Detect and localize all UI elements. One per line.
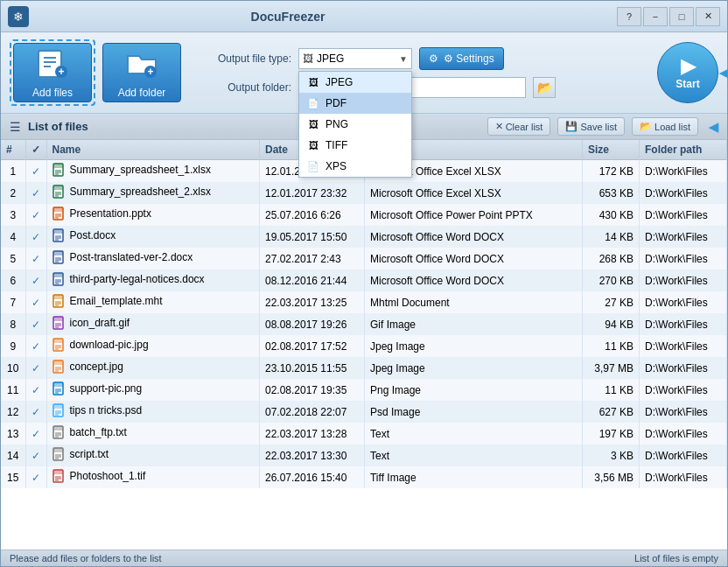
cell-size: 3,97 MB: [583, 357, 640, 379]
col-header-check: ✓: [25, 140, 46, 160]
table-row[interactable]: 12 ✓ tips n tricks.psd 07.02.2018 22:07 …: [1, 401, 727, 423]
clear-list-button[interactable]: ✕ Clear list: [487, 117, 551, 136]
main-window: ❄ DocuFreezer ? − □ ✕ +: [0, 0, 728, 567]
help-button[interactable]: ?: [617, 7, 641, 26]
table-row[interactable]: 8 ✓ icon_draft.gif 08.08.2017 19:26 Gif …: [1, 313, 727, 335]
file-type-icon: [52, 250, 66, 264]
table-row[interactable]: 5 ✓ Post-translated-ver-2.docx 27.02.201…: [1, 248, 727, 270]
file-type-icon: [52, 403, 66, 417]
cell-path: D:\Work\Files: [640, 357, 727, 379]
table-row[interactable]: 10 ✓ concept.jpg 23.10.2015 11:55 Jpeg I…: [1, 357, 727, 379]
svg-text:+: +: [147, 66, 153, 78]
col-header-num: #: [1, 140, 25, 160]
cell-type: Jpeg Image: [364, 357, 582, 379]
col-header-name: Name: [46, 140, 259, 160]
cell-size: 270 KB: [583, 270, 640, 291]
table-row[interactable]: 6 ✓ third-party-legal-notices.docx 08.12…: [1, 270, 727, 291]
close-button[interactable]: ✕: [696, 7, 720, 26]
menu-item-jpeg[interactable]: 🖼 JPEG: [299, 72, 411, 93]
file-type-icon: [52, 272, 66, 286]
cell-name: tips n tricks.psd: [46, 401, 259, 423]
save-list-button[interactable]: 💾 Save list: [557, 117, 625, 136]
cell-path: D:\Work\Files: [640, 401, 727, 423]
browse-folder-button[interactable]: 📂: [533, 77, 556, 98]
file-type-icon: [52, 425, 66, 439]
titlebar-controls: ? − □ ✕: [617, 7, 720, 26]
cell-name: Presentation.pptx: [46, 204, 259, 226]
file-type-icon: [52, 316, 66, 330]
cell-num: 14: [1, 444, 25, 466]
cell-check: ✓: [25, 160, 46, 183]
table-row[interactable]: 11 ✓ support-pic.png 02.08.2017 19:35 Pn…: [1, 379, 727, 401]
app-icon: ❄: [8, 6, 29, 27]
cell-num: 7: [1, 291, 25, 313]
cell-check: ✓: [25, 248, 46, 270]
svg-rect-44: [53, 317, 63, 321]
start-button[interactable]: ▶ Start: [657, 42, 718, 103]
cell-type: Microsoft Office Word DOCX: [364, 248, 582, 270]
cell-path: D:\Work\Files: [640, 182, 727, 204]
table-row[interactable]: 2 ✓ Summary_spreadsheet_2.xlsx 12.01.201…: [1, 182, 727, 204]
table-row[interactable]: 4 ✓ Post.docx 19.05.2017 15:50 Microsoft…: [1, 226, 727, 248]
clear-list-label: Clear list: [506, 122, 543, 132]
table-row[interactable]: 13 ✓ batch_ftp.txt 22.03.2017 13:28 Text…: [1, 423, 727, 444]
table-row[interactable]: 7 ✓ Email_template.mht 22.03.2017 13:25 …: [1, 291, 727, 313]
minimize-button[interactable]: −: [643, 7, 668, 26]
menu-item-pdf[interactable]: 📄 PDF: [299, 93, 411, 114]
menu-item-tiff[interactable]: 🖼 TIFF: [299, 135, 411, 156]
menu-item-png[interactable]: 🖼 PNG: [299, 114, 411, 135]
cell-date: 26.07.2016 15:40: [259, 466, 364, 488]
cell-num: 15: [1, 466, 25, 488]
cell-date: 02.08.2017 19:35: [259, 379, 364, 401]
cell-num: 3: [1, 204, 25, 226]
file-type-icon: [52, 163, 66, 177]
table-row[interactable]: 15 ✓ Photoshoot_1.tif 26.07.2016 15:40 T…: [1, 466, 727, 488]
svg-rect-34: [53, 273, 63, 277]
cell-type: Psd Image: [364, 401, 582, 423]
table-row[interactable]: 9 ✓ download-pic.jpg 02.08.2017 17:52 Jp…: [1, 335, 727, 357]
tiff-icon: 🖼: [306, 138, 320, 152]
start-arrow-icon: ▶: [681, 55, 696, 78]
cell-num: 1: [1, 160, 25, 183]
output-type-dropdown[interactable]: 🖼 JPEG ▼: [298, 48, 412, 69]
cell-date: 19.05.2017 15:50: [259, 226, 364, 248]
cell-size: 268 KB: [583, 248, 640, 270]
cell-date: 22.03.2017 13:28: [259, 423, 364, 444]
svg-rect-24: [53, 229, 63, 234]
cell-type: Microsoft Office Excel XLSX: [364, 182, 582, 204]
file-table-body: 1 ✓ Summary_spreadsheet_1.xlsx 12.01.201…: [1, 160, 727, 489]
maximize-button[interactable]: □: [669, 7, 694, 26]
menu-item-xps[interactable]: 📄 XPS: [299, 156, 411, 177]
cell-name: Summary_spreadsheet_2.xlsx: [46, 182, 259, 204]
cell-check: ✓: [25, 182, 46, 204]
cell-size: 3 KB: [583, 444, 640, 466]
cell-check: ✓: [25, 335, 46, 357]
cell-path: D:\Work\Files: [640, 335, 727, 357]
cell-check: ✓: [25, 204, 46, 226]
file-type-icon: [52, 360, 66, 374]
cell-type: Tiff Image: [364, 466, 582, 488]
svg-rect-64: [53, 404, 63, 409]
svg-text:+: +: [58, 66, 64, 78]
load-list-button[interactable]: 📂 Load list: [632, 117, 698, 136]
cell-num: 5: [1, 248, 25, 270]
cell-date: 23.10.2015 11:55: [259, 357, 364, 379]
cell-size: 430 KB: [583, 204, 640, 226]
table-row[interactable]: 14 ✓ script.txt 22.03.2017 13:30 Text 3 …: [1, 444, 727, 466]
cell-num: 2: [1, 182, 25, 204]
cell-type: Text: [364, 444, 582, 466]
load-list-label: Load list: [654, 122, 690, 132]
cell-size: 653 KB: [583, 182, 640, 204]
cell-date: 02.08.2017 17:52: [259, 335, 364, 357]
add-files-button[interactable]: + Add files: [13, 43, 92, 102]
add-folder-button[interactable]: + Add folder: [102, 43, 181, 102]
svg-rect-29: [53, 251, 63, 256]
settings-button[interactable]: ⚙ ⚙ Settings: [419, 47, 504, 70]
svg-rect-19: [53, 207, 63, 212]
cell-check: ✓: [25, 423, 46, 444]
cell-size: 27 KB: [583, 291, 640, 313]
cell-size: 172 KB: [583, 160, 640, 183]
table-row[interactable]: 3 ✓ Presentation.pptx 25.07.2016 6:26 Mi…: [1, 204, 727, 226]
pdf-icon: 📄: [306, 96, 320, 110]
output-folder-row: Output folder: 📂: [195, 77, 643, 98]
